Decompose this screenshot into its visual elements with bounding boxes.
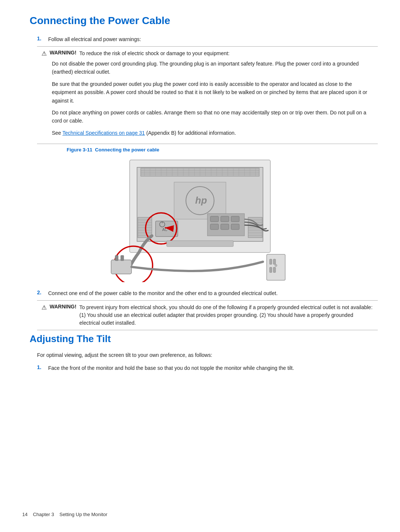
figure-label: Figure 3-11 Connecting the power cable — [67, 147, 378, 153]
step-2-text: Connect one end of the power cable to th… — [48, 290, 278, 297]
svg-rect-64 — [267, 254, 285, 280]
step-2-number: 2. — [37, 290, 48, 297]
step-1: 1. Follow all electrical and power warni… — [37, 36, 378, 43]
footer-page-num: 14 — [22, 512, 27, 517]
diagram-svg: hp — [107, 156, 293, 282]
warning-see-line: See Technical Specifications on page 31 … — [52, 129, 373, 137]
svg-rect-67 — [270, 267, 272, 272]
warning-icon-2: ⚠ — [41, 304, 47, 311]
step-1-number: 1. — [37, 36, 48, 43]
section2-step-1: 1. Face the front of the monitor and hol… — [37, 364, 378, 372]
section2-intro: For optimal viewing, adjust the screen t… — [37, 351, 378, 359]
svg-text:hp: hp — [195, 195, 207, 206]
svg-rect-47 — [210, 216, 219, 222]
svg-rect-48 — [221, 216, 229, 222]
svg-rect-52 — [231, 224, 239, 230]
warning-label-1: WARNING! — [50, 50, 76, 56]
warning-para-2: Be sure that the grounded power outlet y… — [52, 80, 373, 105]
footer-chapter-title: Setting Up the Monitor — [59, 512, 107, 517]
section2-step-1-number: 1. — [37, 364, 48, 372]
warning-label-2: WARNING! — [50, 304, 76, 310]
figure-container: hp — [22, 156, 378, 282]
warning-row-2: ⚠ WARNING! To prevent injury from electr… — [41, 304, 373, 327]
svg-rect-68 — [273, 267, 276, 272]
see-text: See — [52, 130, 63, 136]
svg-rect-59 — [167, 241, 233, 247]
svg-rect-65 — [270, 259, 272, 264]
svg-point-69 — [275, 264, 277, 267]
after-link-text: (Appendix B) for additional information. — [145, 130, 236, 136]
svg-rect-51 — [221, 224, 229, 230]
svg-rect-66 — [273, 259, 276, 264]
svg-rect-62 — [115, 255, 118, 261]
page-title: Connecting the Power Cable — [30, 15, 378, 27]
svg-rect-30 — [138, 217, 152, 238]
svg-rect-50 — [210, 224, 219, 230]
svg-rect-63 — [121, 255, 124, 261]
warning-body-1: Do not disable the power cord grounding … — [52, 60, 373, 141]
footer-chapter: Chapter 3 — [33, 512, 54, 517]
warning-icon-1: ⚠ — [41, 50, 47, 57]
step-1-text: Follow all electrical and power warnings… — [48, 36, 141, 43]
step-2: 2. Connect one end of the power cable to… — [37, 290, 378, 297]
page-footer: 14 Chapter 3 Setting Up the Monitor — [22, 512, 107, 517]
tech-specs-link[interactable]: Technical Specifications on page 31 — [63, 130, 145, 136]
warning-para-1: Do not disable the power cord grounding … — [52, 60, 373, 76]
warning-text-2: To prevent injury from electrical shock,… — [79, 304, 373, 327]
warning-headline-1: To reduce the risk of electric shock or … — [79, 50, 229, 57]
warning-row-1: ⚠ WARNING! To reduce the risk of electri… — [41, 50, 373, 57]
svg-rect-49 — [231, 216, 239, 222]
section2-step-1-text: Face the front of the monitor and hold t… — [48, 364, 294, 372]
warning-block-1: ⚠ WARNING! To reduce the risk of electri… — [37, 46, 378, 144]
warning-block-2: ⚠ WARNING! To prevent injury from electr… — [37, 300, 378, 330]
warning-para-3: Do not place anything on power cords or … — [52, 108, 373, 125]
svg-rect-61 — [111, 260, 131, 274]
figure-image: hp — [107, 156, 293, 282]
section-2-title: Adjusting The Tilt — [30, 333, 378, 345]
